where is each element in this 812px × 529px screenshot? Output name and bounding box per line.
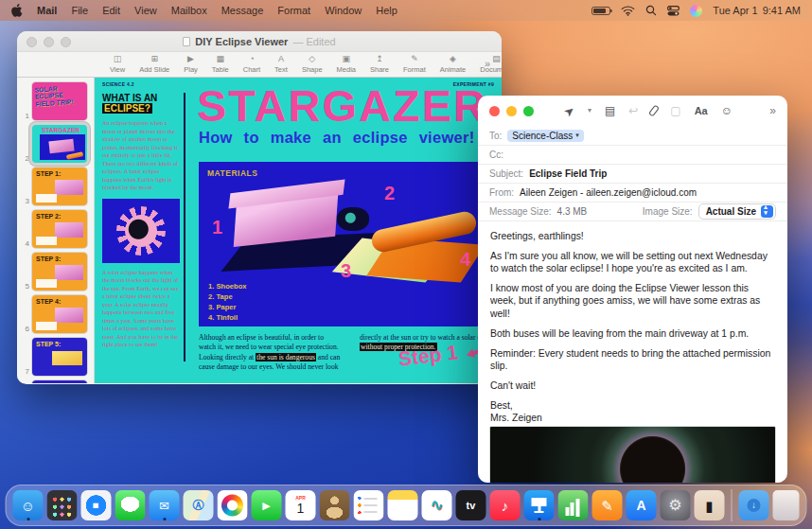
subject-field[interactable]: Subject: Eclipse Field Trip [478,164,787,183]
slide-thumbnail[interactable]: STARGAZER [32,125,87,163]
reply-icon[interactable]: ↩ [628,105,638,116]
battery-icon[interactable] [591,7,610,15]
zoom-button[interactable] [523,106,534,116]
minimize-button[interactable] [44,37,54,47]
slide-thumbnail[interactable]: STEP 2: [32,210,87,248]
reminders[interactable] [354,490,384,520]
slide-thumbnail[interactable]: STEP 4: [32,295,87,333]
appstore[interactable]: A [627,490,657,520]
facetime[interactable]: ▶ [252,490,282,520]
slide-thumbnail[interactable]: DID YOU KNOW [32,380,87,383]
music[interactable]: ♪ [490,490,521,520]
slide-thumbnail[interactable]: SOLAR ECLIPSE FIELD TRIP! [32,82,87,120]
zoom-button[interactable] [61,37,71,47]
calendar[interactable]: APR 1 [286,490,316,520]
to-field[interactable]: To: Science-Class ▾ [478,126,787,145]
desktop: MailFileEditViewMailboxMessageFormatWind… [0,0,812,529]
toolbar-button[interactable]: ◇ Shape [302,55,323,74]
settings[interactable]: ⚙ [661,490,691,520]
control-center-icon[interactable] [667,6,680,16]
attach-icon[interactable] [651,105,657,116]
stepper-icon[interactable] [761,205,773,218]
slide-navigator[interactable]: 1 SOLAR ECLIPSE FIELD TRIP! 2 STARGAZER [17,78,95,383]
menu-item[interactable]: Help [376,5,397,16]
emoji-icon[interactable]: ☺ [721,105,733,116]
minimize-button[interactable] [506,106,517,116]
toolbar-button[interactable]: ▦ Table [212,55,229,74]
toolbar-button[interactable]: A Text [274,55,288,74]
launchpad[interactable] [47,490,78,520]
send-icon[interactable]: ➤ [564,105,574,117]
slide-canvas[interactable]: SCIENCE 4.2 EXPERIMENT #9 WHAT IS AN ECL… [95,78,502,383]
menu-item[interactable]: Edit [102,5,120,16]
apple-icon[interactable] [11,4,23,17]
menu-clock[interactable]: Tue Apr 1 9:41 AM [713,5,801,16]
toolbar-overflow-icon[interactable]: » [485,58,490,69]
keynote[interactable] [524,490,555,520]
window-title: DIY Eclipse Viewer — Edited [183,36,335,47]
toolbar-button[interactable]: ✎ Format [403,55,426,74]
siri-icon[interactable] [690,5,702,17]
toolbar-button[interactable]: ◈ Animate [440,55,467,74]
menu-item[interactable]: Mailbox [171,5,207,16]
trash[interactable] [773,490,800,520]
slide-thumbnail-art [55,308,83,323]
close-button[interactable] [489,106,500,116]
separator[interactable] [732,489,733,521]
maps[interactable]: Ⓐ [184,490,214,520]
body-paragraph: Can't wait! [490,379,775,392]
mail[interactable]: ✉ [150,490,180,520]
toolbar-button[interactable]: ↥ Share [370,55,389,74]
menu-item[interactable]: File [71,5,88,16]
material-number: 2 [384,183,395,204]
pages[interactable]: ✎ [592,490,623,520]
toolbar-button[interactable]: ▣ Media [337,55,356,74]
more-icon[interactable]: » [769,105,776,116]
tv[interactable]: tv [456,490,486,520]
slide-thumbnail-art [52,351,82,365]
downloads[interactable]: ↓ [739,490,769,520]
menu-item[interactable]: Mail [37,5,57,16]
contacts[interactable] [320,490,350,520]
slide-number: 5 [19,282,29,291]
cc-field[interactable]: Cc: [478,145,787,164]
spotlight-search-icon[interactable] [645,5,657,16]
numbers[interactable] [558,490,589,520]
image-size-select[interactable]: Actual Size [698,203,776,220]
format-icon[interactable]: Aa [695,106,708,116]
finder[interactable]: ☺ [13,490,44,520]
markup-icon[interactable]: ▢ [670,105,680,116]
from-field[interactable]: From: Aileen Zeigen - aileen.zeigen@iclo… [478,183,787,202]
send-chevron[interactable]: ▾ [588,107,591,115]
freeform[interactable]: ∿ [422,490,452,520]
slide-thumbnail[interactable]: STEP 1: [32,168,87,205]
slide-thumbnail-title: STEP 5: [36,341,61,347]
image-size-value: Actual Size [706,206,756,217]
eclipse-attachment-image[interactable] [489,426,776,483]
safari[interactable]: ◆ [81,490,112,520]
toolbar-button[interactable]: ▤ Document [480,55,502,74]
slide-row: 6 STEP 4: [19,295,90,333]
toolbar-button[interactable]: ◔ Chart [243,55,260,74]
slide-thumbnail[interactable]: STEP 5: [32,338,87,376]
slide-thumbnail[interactable]: STEP 3: [32,253,87,291]
messages[interactable] [115,490,146,520]
iphone-mirroring[interactable]: ▮ [695,490,725,520]
slide-thumbnail-title: STARGAZER [42,127,79,133]
recipient-token[interactable]: Science-Class ▾ [507,130,583,142]
close-button[interactable] [26,37,37,47]
toolbar-button[interactable]: ▶ Play [184,55,198,74]
menu-item[interactable]: Message [221,5,264,16]
menu-item[interactable]: Format [277,5,310,16]
warning-paragraph-left: Although an eclipse is beautiful, in ord… [199,333,343,372]
menu-item[interactable]: View [134,5,157,16]
toolbar-button[interactable]: ⊞ Add Slide [139,55,169,74]
toolbar-button[interactable]: ◫ View [110,55,125,74]
header-fields-icon[interactable]: ▤ [605,105,615,116]
wifi-icon[interactable] [621,6,635,16]
notes[interactable] [388,490,418,520]
message-body[interactable]: Greetings, earthlings!As I'm sure you al… [478,220,787,424]
menu-item[interactable]: Window [325,5,362,16]
photos[interactable] [218,490,248,520]
keynote-titlebar[interactable]: DIY Eclipse Viewer — Edited [17,31,502,52]
